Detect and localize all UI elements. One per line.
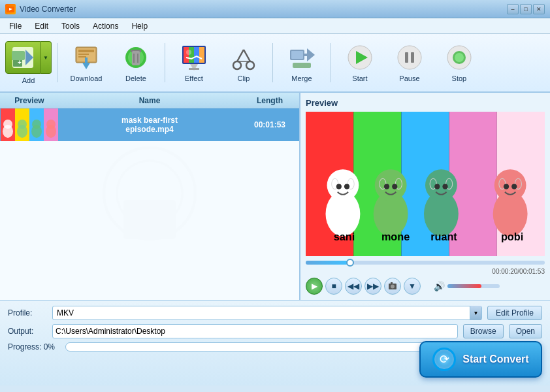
rewind-button[interactable]: ◀◀ bbox=[345, 278, 362, 295]
svg-line-31 bbox=[237, 50, 244, 61]
svg-point-28 bbox=[186, 50, 191, 55]
watermark bbox=[0, 141, 299, 272]
download-icon bbox=[72, 43, 101, 72]
profile-select[interactable]: MKV ▼ bbox=[52, 306, 482, 320]
svg-point-81 bbox=[392, 184, 397, 189]
svg-line-32 bbox=[244, 50, 250, 61]
app-icon bbox=[5, 4, 16, 14]
svg-rect-13 bbox=[85, 57, 88, 64]
svg-rect-25 bbox=[199, 47, 204, 63]
output-row: Output: Browse Open bbox=[8, 324, 542, 338]
convert-icon: ⟳ bbox=[432, 348, 456, 371]
delete-icon bbox=[121, 43, 150, 72]
svg-rect-27 bbox=[189, 68, 199, 70]
svg-rect-35 bbox=[291, 51, 303, 59]
start-convert-button[interactable]: ⟳ Start Convert bbox=[419, 341, 542, 378]
merge-label: Merge bbox=[291, 74, 312, 82]
close-button[interactable]: ✕ bbox=[533, 4, 545, 14]
seek-track[interactable] bbox=[306, 261, 545, 265]
effect-button[interactable]: Effect bbox=[170, 37, 218, 88]
menubar: File Edit Tools Actions Help bbox=[0, 18, 550, 34]
volume-icon: 🔊 bbox=[434, 281, 445, 291]
merge-icon bbox=[287, 43, 316, 72]
svg-rect-9 bbox=[78, 50, 94, 52]
svg-rect-38 bbox=[293, 63, 311, 68]
svg-text:ruant: ruant bbox=[430, 231, 457, 242]
clip-label: Clip bbox=[237, 74, 250, 82]
svg-point-30 bbox=[246, 61, 254, 69]
svg-text:pobi: pobi bbox=[501, 231, 523, 242]
svg-point-56 bbox=[32, 120, 41, 129]
toolbar: + ▼ Add Download bbox=[0, 34, 550, 93]
svg-rect-42 bbox=[405, 52, 408, 63]
seek-thumb[interactable] bbox=[346, 259, 354, 267]
add-button[interactable]: + bbox=[5, 41, 40, 74]
menu-edit[interactable]: Edit bbox=[28, 20, 55, 32]
col-name: Name bbox=[59, 93, 240, 108]
clip-button[interactable]: Clip bbox=[220, 37, 267, 88]
bottom-panel: Profile: MKV ▼ Edit Profile Output: Brow… bbox=[0, 301, 550, 385]
svg-rect-24 bbox=[194, 47, 199, 63]
playback-controls: ▶ ■ ◀◀ ▶▶ ▼ 🔊 bbox=[306, 278, 545, 295]
svg-rect-17 bbox=[132, 51, 140, 65]
add-dropdown-arrow[interactable]: ▼ bbox=[40, 41, 52, 74]
svg-point-29 bbox=[233, 61, 241, 69]
menu-tools[interactable]: Tools bbox=[55, 20, 86, 32]
file-length: 00:01:53 bbox=[240, 120, 299, 129]
svg-rect-43 bbox=[411, 52, 414, 63]
preview-panel: Preview sani bbox=[300, 93, 550, 300]
profile-row: Profile: MKV ▼ Edit Profile bbox=[8, 306, 542, 320]
pause-button[interactable]: Pause bbox=[386, 37, 433, 88]
browse-button[interactable]: Browse bbox=[463, 324, 504, 338]
edit-profile-button[interactable]: Edit Profile bbox=[487, 306, 542, 320]
file-list-body: mask bear-firstepisode.mp4 00:01:53 bbox=[0, 108, 299, 300]
svg-text:mone: mone bbox=[381, 231, 410, 242]
start-button[interactable]: Start bbox=[336, 37, 383, 88]
clip-icon bbox=[229, 43, 258, 72]
seek-bar[interactable] bbox=[306, 259, 545, 267]
maximize-button[interactable]: □ bbox=[520, 4, 532, 14]
menu-file[interactable]: File bbox=[3, 20, 28, 32]
merge-button[interactable]: Merge bbox=[278, 37, 325, 88]
volume-slider[interactable] bbox=[447, 284, 500, 288]
svg-point-46 bbox=[455, 53, 464, 62]
start-icon bbox=[346, 43, 374, 72]
output-path-input[interactable] bbox=[52, 324, 458, 338]
svg-rect-19 bbox=[137, 54, 138, 63]
menu-actions[interactable]: Actions bbox=[86, 20, 125, 32]
fast-forward-button[interactable]: ▶▶ bbox=[364, 278, 381, 295]
svg-rect-37 bbox=[304, 54, 310, 56]
menu-help[interactable]: Help bbox=[125, 20, 154, 32]
file-row[interactable]: mask bear-firstepisode.mp4 00:01:53 bbox=[0, 108, 299, 141]
toolbar-separator-2 bbox=[165, 43, 165, 82]
start-label: Start bbox=[352, 74, 367, 82]
profile-label: Profile: bbox=[8, 308, 47, 318]
main-content: Preview Name Length bbox=[0, 93, 550, 301]
snapshot-button[interactable] bbox=[384, 278, 401, 295]
effect-icon bbox=[180, 43, 208, 72]
download-button[interactable]: Download bbox=[63, 37, 110, 88]
stop-playback-button[interactable]: ■ bbox=[325, 278, 342, 295]
col-preview: Preview bbox=[0, 93, 59, 108]
open-button[interactable]: Open bbox=[509, 324, 542, 338]
delete-button[interactable]: Delete bbox=[112, 37, 159, 88]
window-controls: – □ ✕ bbox=[507, 4, 545, 14]
progress-label: Progress: 0% bbox=[8, 342, 60, 351]
minimize-button[interactable]: – bbox=[507, 4, 519, 14]
preview-title: Preview bbox=[306, 98, 545, 108]
play-button[interactable]: ▶ bbox=[306, 278, 323, 295]
svg-point-87 bbox=[434, 184, 440, 189]
stop-button[interactable]: Stop bbox=[436, 37, 483, 88]
download-label: Download bbox=[70, 74, 102, 82]
effect-label: Effect bbox=[185, 74, 203, 82]
convert-label: Start Convert bbox=[462, 353, 528, 365]
seek-fill bbox=[306, 261, 349, 265]
stop-label: Stop bbox=[452, 74, 467, 82]
time-display: 00:00:20/00:01:53 bbox=[306, 268, 545, 275]
profile-dropdown-arrow[interactable]: ▼ bbox=[470, 306, 481, 320]
toolbar-separator-4 bbox=[331, 43, 331, 82]
pause-icon bbox=[395, 43, 424, 72]
settings-button[interactable]: ▼ bbox=[404, 278, 421, 295]
svg-point-94 bbox=[504, 184, 509, 189]
svg-point-52 bbox=[3, 120, 12, 129]
